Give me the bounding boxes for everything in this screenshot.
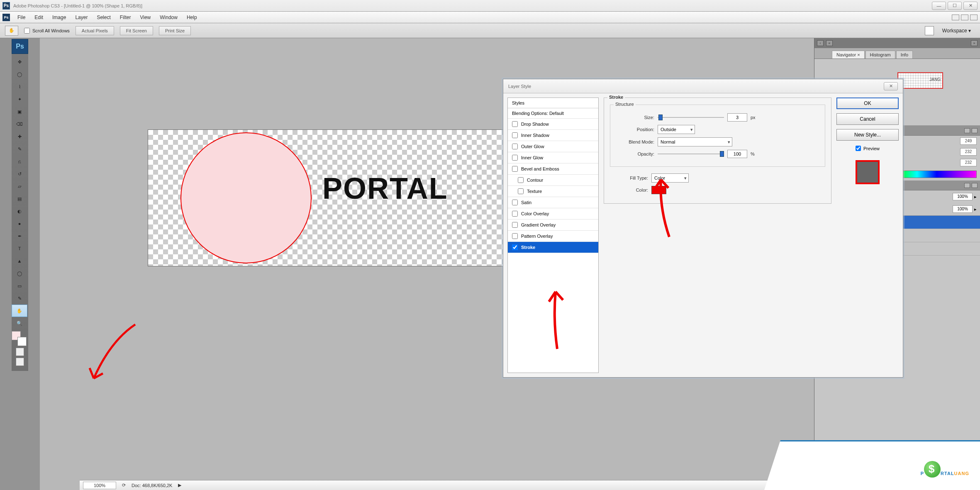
effect-color-overlay[interactable]: Color Overlay <box>508 208 598 219</box>
notes-tool[interactable]: ▭ <box>12 280 27 292</box>
menu-image[interactable]: Image <box>48 13 70 22</box>
menu-select[interactable]: Select <box>93 13 115 22</box>
workspace-dropdown[interactable]: Workspace ▾ <box>938 26 975 35</box>
doc-info-arrow-icon[interactable]: ▶ <box>178 483 181 488</box>
dock-collapse-right[interactable]: » <box>971 40 978 46</box>
layer-fill-value[interactable]: 100% <box>953 205 973 213</box>
color-panel-minimize[interactable] <box>964 128 970 133</box>
effect-inner-glow[interactable]: Inner Glow <box>508 152 598 163</box>
healing-brush-tool[interactable]: ✚ <box>12 130 27 143</box>
blending-options-row[interactable]: Blending Options: Default <box>508 108 598 119</box>
opacity-arrow-icon[interactable]: ▸ <box>974 194 977 200</box>
ok-button[interactable]: OK <box>836 98 899 109</box>
scroll-all-windows-checkbox[interactable]: Scroll All Windows <box>24 28 70 34</box>
layers-panel-close[interactable] <box>972 183 978 188</box>
dock-collapse-left2[interactable]: « <box>826 40 833 46</box>
size-input[interactable]: 3 <box>727 113 747 122</box>
effect-inner-shadow[interactable]: Inner Shadow <box>508 130 598 141</box>
refresh-icon[interactable]: ⟳ <box>122 483 126 488</box>
effect-gradient-overlay[interactable]: Gradient Overlay <box>508 219 598 231</box>
effect-texture[interactable]: Texture <box>508 186 598 197</box>
hand-tool-icon[interactable]: ✋ <box>5 26 18 36</box>
magic-wand-tool[interactable]: ✦ <box>12 93 27 105</box>
doc-close[interactable] <box>970 15 978 20</box>
effect-contour[interactable]: Contour <box>508 175 598 186</box>
lasso-tool[interactable]: ⌇ <box>12 80 27 93</box>
eyedropper-tool[interactable]: ✎ <box>12 292 27 305</box>
tab-navigator[interactable]: Navigator × <box>832 51 865 59</box>
opacity-input[interactable]: 100 <box>727 150 747 158</box>
cancel-button[interactable]: Cancel <box>836 113 899 125</box>
history-brush-tool[interactable]: ↺ <box>12 168 27 180</box>
size-slider[interactable] <box>658 115 724 120</box>
zoom-field[interactable]: 100% <box>83 482 116 489</box>
navigator-thumbnail[interactable]: JANG <box>897 72 943 89</box>
dock-collapse-left[interactable]: ‹ <box>817 40 824 46</box>
layers-panel-minimize[interactable] <box>964 183 970 188</box>
opacity-slider[interactable] <box>658 151 724 157</box>
screenmode-toggle[interactable] <box>16 358 24 366</box>
fit-screen-button[interactable]: Fit Screen <box>120 26 153 35</box>
effect-drop-shadow[interactable]: Drop Shadow <box>508 119 598 130</box>
pen-tool[interactable]: ✒ <box>12 230 27 242</box>
tab-histogram[interactable]: Histogram <box>865 51 895 59</box>
preview-checkbox[interactable]: Preview <box>836 146 899 151</box>
effect-satin[interactable]: Satin <box>508 197 598 208</box>
layer-opacity-value[interactable]: 100% <box>953 193 973 200</box>
minimize-button[interactable]: — <box>932 2 946 10</box>
shape-circle[interactable] <box>180 132 312 263</box>
clone-stamp-tool[interactable]: ⎌ <box>12 155 27 168</box>
blend-mode-dropdown[interactable]: Normal <box>658 137 732 146</box>
styles-header[interactable]: Styles <box>508 98 598 108</box>
effect-bevel-emboss[interactable]: Bevel and Emboss <box>508 163 598 175</box>
blur-tool[interactable]: ◐ <box>12 205 27 217</box>
zoom-tool[interactable]: 🔍 <box>12 317 27 329</box>
slice-tool[interactable]: ⌫ <box>12 118 27 130</box>
type-tool[interactable]: T <box>12 242 27 255</box>
opacity-label: Opacity: <box>616 151 654 156</box>
color-g-value[interactable]: 232 <box>960 148 977 156</box>
menu-edit[interactable]: Edit <box>30 13 47 22</box>
close-button[interactable]: ✕ <box>963 2 978 10</box>
dodge-tool[interactable]: ● <box>12 217 27 230</box>
maximize-button[interactable]: ☐ <box>948 2 962 10</box>
quickmask-toggle[interactable] <box>16 348 24 356</box>
doc-minimize[interactable] <box>952 15 959 20</box>
ps-logo: Ps <box>12 39 28 54</box>
menu-view[interactable]: View <box>136 13 155 22</box>
document-window[interactable]: PORTAL <box>148 129 509 266</box>
menu-layer[interactable]: Layer <box>71 13 92 22</box>
actual-pixels-button[interactable]: Actual Pixels <box>76 26 114 35</box>
brush-tool[interactable]: ✎ <box>12 143 27 155</box>
menu-file[interactable]: File <box>13 13 29 22</box>
menu-filter[interactable]: Filter <box>116 13 135 22</box>
shape-tool[interactable]: ◯ <box>12 267 27 280</box>
background-swatch[interactable] <box>17 337 27 346</box>
color-panel-close[interactable] <box>972 128 978 133</box>
menu-window[interactable]: Window <box>156 13 182 22</box>
crop-tool[interactable]: ▣ <box>12 105 27 118</box>
color-r-value[interactable]: 249 <box>960 137 977 145</box>
layer-style-dialog[interactable]: Layer Style ✕ Styles Blending Options: D… <box>503 79 903 378</box>
eraser-tool[interactable]: ▱ <box>12 180 27 193</box>
fg-bg-swatches[interactable] <box>12 331 27 346</box>
menu-help[interactable]: Help <box>183 13 201 22</box>
position-dropdown[interactable]: Outside <box>658 125 695 134</box>
move-tool[interactable]: ✥ <box>12 56 27 68</box>
dialog-close-button[interactable]: ✕ <box>884 82 898 90</box>
doc-restore[interactable] <box>961 15 968 20</box>
color-b-value[interactable]: 232 <box>960 159 977 166</box>
effect-stroke[interactable]: Stroke <box>508 242 598 253</box>
gradient-tool[interactable]: ▤ <box>12 193 27 205</box>
print-size-button[interactable]: Print Size <box>159 26 191 35</box>
tab-info[interactable]: Info <box>896 51 913 59</box>
hand-tool[interactable]: ✋ <box>12 305 27 317</box>
effect-pattern-overlay[interactable]: Pattern Overlay <box>508 231 598 242</box>
new-style-button[interactable]: New Style... <box>836 129 899 141</box>
path-selection-tool[interactable]: ▲ <box>12 255 27 267</box>
workspace-lock-icon[interactable] <box>925 26 934 35</box>
fill-arrow-icon[interactable]: ▸ <box>974 207 977 212</box>
effect-outer-glow[interactable]: Outer Glow <box>508 141 598 152</box>
dialog-titlebar[interactable]: Layer Style ✕ <box>503 79 903 93</box>
marquee-tool[interactable]: ◯ <box>12 68 27 80</box>
